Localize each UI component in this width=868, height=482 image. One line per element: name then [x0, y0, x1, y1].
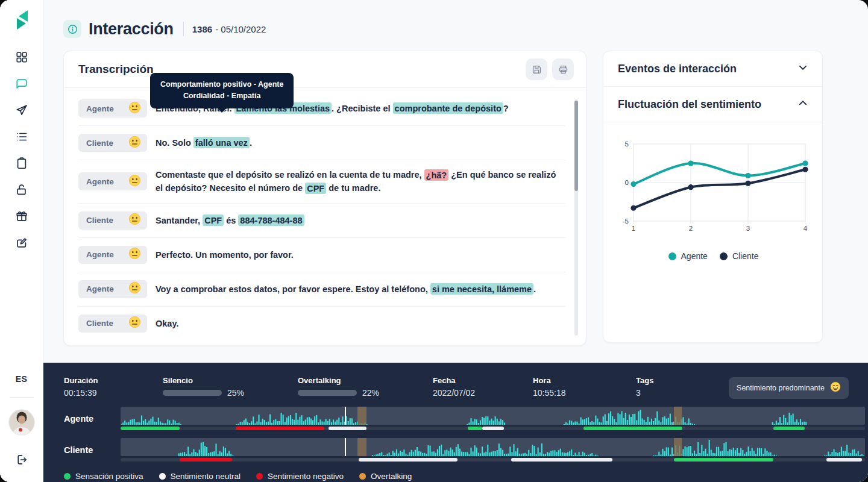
neutral-face-emoji: [128, 316, 141, 331]
speaker-chip[interactable]: Agente: [78, 246, 147, 264]
speaker-chip[interactable]: Cliente: [78, 134, 147, 152]
playhead[interactable]: [345, 407, 346, 425]
tooltip-line-1: Comportamiento positivo - Agente: [160, 79, 283, 90]
transcript-message: Agente Voy a comprobar estos datos, por …: [78, 272, 565, 307]
transcript-message: Cliente Okay.: [78, 307, 565, 340]
save-icon: [531, 64, 542, 75]
highlighted-phrase[interactable]: CPF: [305, 183, 326, 194]
list-icon[interactable]: [15, 130, 28, 143]
speaker-chip[interactable]: Cliente: [78, 315, 147, 333]
conversations-icon[interactable]: [15, 77, 28, 90]
scrollbar-thumb[interactable]: [574, 101, 578, 191]
logout-icon[interactable]: [15, 453, 28, 466]
message-text: Voy a comprobar estos datos, por favor e…: [156, 283, 536, 296]
sentiment-section-header[interactable]: Fluctuación del sentimiento: [603, 87, 822, 122]
transcript-header: Transcripción: [64, 51, 586, 88]
tooltip-line-2: Cordialidad - Empatía: [160, 90, 283, 102]
svg-text:2: 2: [689, 225, 693, 232]
send-icon[interactable]: [15, 104, 28, 117]
neutral-face-emoji: [128, 101, 141, 116]
speaker-name: Cliente: [86, 139, 113, 148]
transcript-card: Transcripción Comportamiento positivo - …: [63, 51, 587, 346]
playhead[interactable]: [345, 438, 346, 456]
stat-fecha: Fecha2022/07/02: [433, 376, 533, 398]
user-avatar[interactable]: [9, 410, 34, 435]
interaction-id: 1386: [192, 24, 212, 34]
dashboard-icon[interactable]: [15, 51, 28, 64]
gift-icon[interactable]: [15, 210, 28, 223]
highlighted-phrase[interactable]: ¿hã?: [424, 169, 449, 181]
brand-logo[interactable]: [13, 10, 31, 30]
sentiment-segment-positive: [468, 427, 483, 430]
sidebar-footer: ES: [9, 374, 34, 466]
events-section-header[interactable]: Eventos de interacción: [603, 51, 822, 87]
neutral-face-emoji: [128, 174, 141, 189]
stat-silencio: Silencio 25%: [163, 376, 298, 398]
sentiment-segments-bar: [121, 427, 865, 430]
plain-text: ?: [503, 104, 509, 113]
speaker-chip[interactable]: Agente: [78, 172, 147, 190]
timeline-legend: Sensación positivaSentimiento neutralSen…: [64, 472, 868, 481]
plain-text: .: [250, 138, 252, 148]
save-button[interactable]: [526, 58, 547, 80]
events-title: Eventos de interacción: [618, 63, 737, 75]
plain-text: . ¿Recibiste el: [332, 104, 393, 113]
plain-text: és: [224, 216, 238, 225]
speaker-chip[interactable]: Agente: [78, 280, 147, 298]
speaker-name: Agente: [86, 250, 114, 259]
unlock-icon[interactable]: [15, 183, 28, 196]
speaker-chip[interactable]: Agente: [78, 99, 147, 117]
sentiment-chart-plot: 50-51234: [617, 138, 810, 242]
svg-text:-5: -5: [623, 218, 629, 225]
legend-dot: [64, 473, 71, 480]
stat-overtalking: Overtalking 22%: [298, 376, 433, 398]
message-list: Agente Entendido, Rafael. Lamento las mo…: [64, 88, 586, 340]
stat-label: Tags: [636, 376, 684, 385]
highlighted-phrase[interactable]: 884-788-484-88: [238, 214, 304, 226]
stat-bar-row: 22%: [298, 388, 433, 398]
transcript-message: Cliente Santander, CPF és 884-788-484-88: [78, 204, 565, 238]
highlighted-phrase[interactable]: si me necesita, llámeme: [430, 283, 533, 295]
transcript-scrollbar[interactable]: [574, 99, 578, 336]
plain-text: .: [533, 284, 536, 294]
transcript-actions: [526, 58, 574, 80]
transcript-message: Agente Comentaste que el depósito se rea…: [78, 160, 565, 204]
legend-dot: [256, 473, 263, 480]
waveform-track[interactable]: [121, 438, 865, 456]
neutral-face-emoji: [128, 281, 141, 296]
divider: [183, 22, 184, 36]
predominant-sentiment-badge: Sentimiento predominante: [729, 377, 849, 399]
chart-legend-item: Cliente: [720, 251, 759, 261]
info-icon[interactable]: [63, 20, 81, 38]
neutral-face-emoji: [128, 247, 141, 262]
progress-bar: [298, 390, 357, 396]
call-stats: Duración00:15:39Silencio 25%Overtalking …: [64, 376, 868, 399]
legend-dot: [720, 252, 728, 260]
sentiment-chart: 50-51234 AgenteCliente: [603, 122, 822, 261]
transcript-message: Agente Perfecto. Un momento, por favor.: [78, 238, 565, 272]
legend-dot: [668, 252, 676, 260]
overtalking-band: [674, 407, 682, 425]
waveform-track[interactable]: [121, 407, 865, 425]
stat-value: 2022/07/02: [433, 388, 533, 398]
print-button[interactable]: [552, 58, 574, 80]
speaker-name: Agente: [86, 177, 114, 186]
plain-text: Perfecto. Un momento, por favor.: [156, 250, 294, 260]
speaker-chip[interactable]: Cliente: [78, 211, 147, 230]
chevron-down-icon: [797, 61, 809, 76]
highlighted-phrase[interactable]: comprobante de depósito: [393, 102, 503, 114]
compose-icon[interactable]: [15, 236, 28, 249]
audio-tracks: AgenteCliente: [64, 407, 868, 462]
svg-text:0: 0: [625, 179, 629, 186]
overtalking-band: [674, 438, 682, 456]
transcript-title: Transcripción: [78, 63, 154, 76]
print-icon: [558, 64, 569, 75]
svg-text:5: 5: [625, 140, 629, 148]
plain-text: No. Solo: [156, 138, 193, 148]
sentiment-segment-neutral: [329, 427, 366, 430]
highlighted-phrase[interactable]: CPF: [203, 214, 224, 226]
speaker-name: Agente: [86, 104, 114, 113]
timeline-legend-item: Sentimiento negativo: [256, 472, 344, 481]
clipboard-icon[interactable]: [15, 157, 28, 170]
highlighted-phrase[interactable]: falló una vez: [193, 137, 250, 148]
